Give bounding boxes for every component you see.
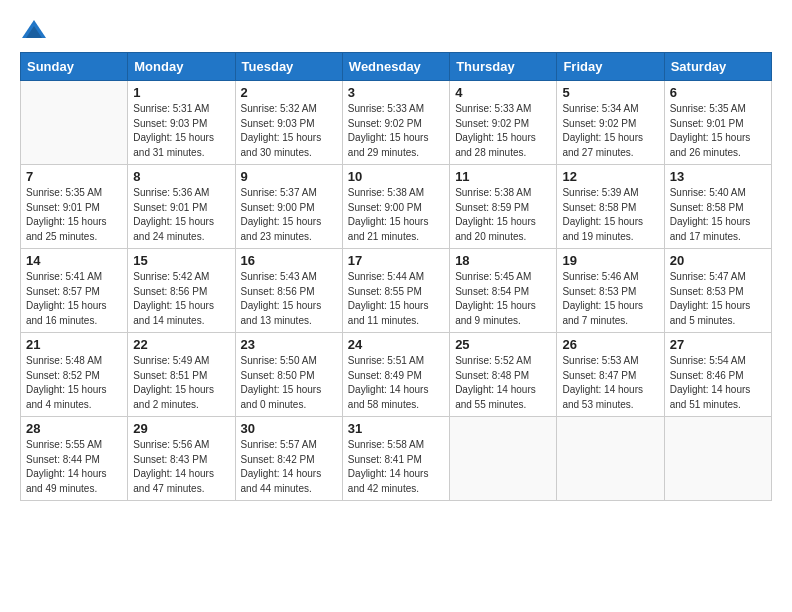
day-info: Sunrise: 5:53 AM Sunset: 8:47 PM Dayligh…	[562, 354, 658, 412]
header-row: SundayMondayTuesdayWednesdayThursdayFrid…	[21, 53, 772, 81]
calendar-cell	[21, 81, 128, 165]
header-day-monday: Monday	[128, 53, 235, 81]
calendar-cell: 11Sunrise: 5:38 AM Sunset: 8:59 PM Dayli…	[450, 165, 557, 249]
day-number: 4	[455, 85, 551, 100]
day-info: Sunrise: 5:58 AM Sunset: 8:41 PM Dayligh…	[348, 438, 444, 496]
day-info: Sunrise: 5:45 AM Sunset: 8:54 PM Dayligh…	[455, 270, 551, 328]
day-info: Sunrise: 5:33 AM Sunset: 9:02 PM Dayligh…	[455, 102, 551, 160]
day-info: Sunrise: 5:40 AM Sunset: 8:58 PM Dayligh…	[670, 186, 766, 244]
day-number: 15	[133, 253, 229, 268]
calendar-cell: 23Sunrise: 5:50 AM Sunset: 8:50 PM Dayli…	[235, 333, 342, 417]
day-info: Sunrise: 5:52 AM Sunset: 8:48 PM Dayligh…	[455, 354, 551, 412]
day-number: 22	[133, 337, 229, 352]
day-info: Sunrise: 5:36 AM Sunset: 9:01 PM Dayligh…	[133, 186, 229, 244]
day-number: 12	[562, 169, 658, 184]
calendar-cell: 5Sunrise: 5:34 AM Sunset: 9:02 PM Daylig…	[557, 81, 664, 165]
calendar-cell: 12Sunrise: 5:39 AM Sunset: 8:58 PM Dayli…	[557, 165, 664, 249]
day-number: 30	[241, 421, 337, 436]
calendar-cell	[450, 417, 557, 501]
calendar-cell: 22Sunrise: 5:49 AM Sunset: 8:51 PM Dayli…	[128, 333, 235, 417]
day-info: Sunrise: 5:41 AM Sunset: 8:57 PM Dayligh…	[26, 270, 122, 328]
day-number: 1	[133, 85, 229, 100]
day-number: 18	[455, 253, 551, 268]
calendar-cell: 29Sunrise: 5:56 AM Sunset: 8:43 PM Dayli…	[128, 417, 235, 501]
day-number: 9	[241, 169, 337, 184]
day-number: 17	[348, 253, 444, 268]
header-day-wednesday: Wednesday	[342, 53, 449, 81]
day-number: 10	[348, 169, 444, 184]
day-number: 28	[26, 421, 122, 436]
day-info: Sunrise: 5:44 AM Sunset: 8:55 PM Dayligh…	[348, 270, 444, 328]
calendar-header: SundayMondayTuesdayWednesdayThursdayFrid…	[21, 53, 772, 81]
day-info: Sunrise: 5:56 AM Sunset: 8:43 PM Dayligh…	[133, 438, 229, 496]
day-info: Sunrise: 5:38 AM Sunset: 9:00 PM Dayligh…	[348, 186, 444, 244]
calendar-cell: 13Sunrise: 5:40 AM Sunset: 8:58 PM Dayli…	[664, 165, 771, 249]
day-info: Sunrise: 5:35 AM Sunset: 9:01 PM Dayligh…	[26, 186, 122, 244]
day-info: Sunrise: 5:43 AM Sunset: 8:56 PM Dayligh…	[241, 270, 337, 328]
day-number: 14	[26, 253, 122, 268]
day-number: 6	[670, 85, 766, 100]
calendar-cell: 17Sunrise: 5:44 AM Sunset: 8:55 PM Dayli…	[342, 249, 449, 333]
day-info: Sunrise: 5:46 AM Sunset: 8:53 PM Dayligh…	[562, 270, 658, 328]
header-day-friday: Friday	[557, 53, 664, 81]
day-number: 2	[241, 85, 337, 100]
calendar-week-5: 28Sunrise: 5:55 AM Sunset: 8:44 PM Dayli…	[21, 417, 772, 501]
calendar-cell: 30Sunrise: 5:57 AM Sunset: 8:42 PM Dayli…	[235, 417, 342, 501]
calendar-cell: 10Sunrise: 5:38 AM Sunset: 9:00 PM Dayli…	[342, 165, 449, 249]
calendar-cell: 9Sunrise: 5:37 AM Sunset: 9:00 PM Daylig…	[235, 165, 342, 249]
day-number: 27	[670, 337, 766, 352]
calendar-cell: 15Sunrise: 5:42 AM Sunset: 8:56 PM Dayli…	[128, 249, 235, 333]
day-number: 25	[455, 337, 551, 352]
calendar-cell: 8Sunrise: 5:36 AM Sunset: 9:01 PM Daylig…	[128, 165, 235, 249]
header-day-sunday: Sunday	[21, 53, 128, 81]
calendar-cell: 27Sunrise: 5:54 AM Sunset: 8:46 PM Dayli…	[664, 333, 771, 417]
day-info: Sunrise: 5:42 AM Sunset: 8:56 PM Dayligh…	[133, 270, 229, 328]
calendar-week-1: 1Sunrise: 5:31 AM Sunset: 9:03 PM Daylig…	[21, 81, 772, 165]
calendar-cell: 4Sunrise: 5:33 AM Sunset: 9:02 PM Daylig…	[450, 81, 557, 165]
day-info: Sunrise: 5:35 AM Sunset: 9:01 PM Dayligh…	[670, 102, 766, 160]
day-info: Sunrise: 5:50 AM Sunset: 8:50 PM Dayligh…	[241, 354, 337, 412]
day-info: Sunrise: 5:54 AM Sunset: 8:46 PM Dayligh…	[670, 354, 766, 412]
day-info: Sunrise: 5:31 AM Sunset: 9:03 PM Dayligh…	[133, 102, 229, 160]
day-number: 16	[241, 253, 337, 268]
calendar-cell: 18Sunrise: 5:45 AM Sunset: 8:54 PM Dayli…	[450, 249, 557, 333]
day-info: Sunrise: 5:32 AM Sunset: 9:03 PM Dayligh…	[241, 102, 337, 160]
calendar-cell	[557, 417, 664, 501]
calendar-cell: 6Sunrise: 5:35 AM Sunset: 9:01 PM Daylig…	[664, 81, 771, 165]
day-number: 24	[348, 337, 444, 352]
day-info: Sunrise: 5:57 AM Sunset: 8:42 PM Dayligh…	[241, 438, 337, 496]
calendar-week-3: 14Sunrise: 5:41 AM Sunset: 8:57 PM Dayli…	[21, 249, 772, 333]
day-info: Sunrise: 5:37 AM Sunset: 9:00 PM Dayligh…	[241, 186, 337, 244]
calendar-cell: 16Sunrise: 5:43 AM Sunset: 8:56 PM Dayli…	[235, 249, 342, 333]
day-number: 20	[670, 253, 766, 268]
day-info: Sunrise: 5:33 AM Sunset: 9:02 PM Dayligh…	[348, 102, 444, 160]
calendar-cell	[664, 417, 771, 501]
calendar-week-2: 7Sunrise: 5:35 AM Sunset: 9:01 PM Daylig…	[21, 165, 772, 249]
day-number: 11	[455, 169, 551, 184]
day-number: 7	[26, 169, 122, 184]
logo-icon	[20, 16, 48, 44]
day-info: Sunrise: 5:55 AM Sunset: 8:44 PM Dayligh…	[26, 438, 122, 496]
logo	[20, 16, 52, 44]
page-header	[20, 16, 772, 44]
day-number: 5	[562, 85, 658, 100]
day-number: 19	[562, 253, 658, 268]
header-day-tuesday: Tuesday	[235, 53, 342, 81]
calendar-cell: 28Sunrise: 5:55 AM Sunset: 8:44 PM Dayli…	[21, 417, 128, 501]
day-number: 26	[562, 337, 658, 352]
calendar-body: 1Sunrise: 5:31 AM Sunset: 9:03 PM Daylig…	[21, 81, 772, 501]
calendar-table: SundayMondayTuesdayWednesdayThursdayFrid…	[20, 52, 772, 501]
day-info: Sunrise: 5:34 AM Sunset: 9:02 PM Dayligh…	[562, 102, 658, 160]
header-day-saturday: Saturday	[664, 53, 771, 81]
day-number: 3	[348, 85, 444, 100]
calendar-cell: 31Sunrise: 5:58 AM Sunset: 8:41 PM Dayli…	[342, 417, 449, 501]
calendar-week-4: 21Sunrise: 5:48 AM Sunset: 8:52 PM Dayli…	[21, 333, 772, 417]
calendar-cell: 24Sunrise: 5:51 AM Sunset: 8:49 PM Dayli…	[342, 333, 449, 417]
header-day-thursday: Thursday	[450, 53, 557, 81]
day-info: Sunrise: 5:48 AM Sunset: 8:52 PM Dayligh…	[26, 354, 122, 412]
calendar-cell: 26Sunrise: 5:53 AM Sunset: 8:47 PM Dayli…	[557, 333, 664, 417]
day-number: 23	[241, 337, 337, 352]
day-number: 31	[348, 421, 444, 436]
day-number: 13	[670, 169, 766, 184]
day-info: Sunrise: 5:39 AM Sunset: 8:58 PM Dayligh…	[562, 186, 658, 244]
